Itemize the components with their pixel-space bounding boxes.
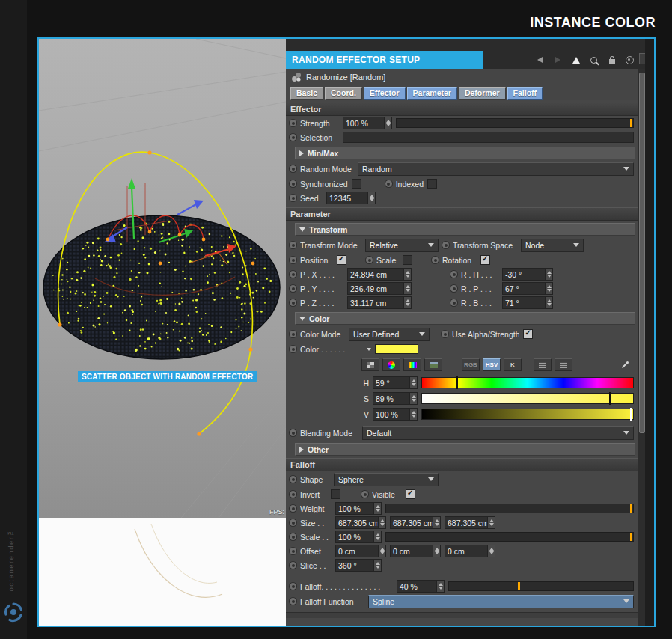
rh-stepper[interactable]: -30 °	[502, 268, 553, 281]
anim-dot[interactable]	[290, 120, 296, 126]
viewport-3d[interactable]: SCATTER OBJECT WITH RANDOM EFFECTOR FPS:	[39, 39, 286, 626]
hsv-mode-button[interactable]: HSV	[483, 358, 501, 371]
target-icon[interactable]	[625, 55, 635, 65]
anim-dot[interactable]	[385, 180, 392, 187]
stepper-arrows-icon[interactable]	[373, 560, 381, 571]
falloff-scale-slider[interactable]	[385, 532, 634, 542]
transform-mode-dropdown[interactable]: Relative	[365, 239, 439, 252]
anim-dot[interactable]	[450, 271, 457, 278]
anim-dot[interactable]	[361, 491, 368, 498]
falloff-strength-slider[interactable]	[448, 581, 634, 591]
anim-dot[interactable]	[290, 519, 296, 526]
anim-dot[interactable]	[290, 134, 296, 141]
anim-dot[interactable]	[290, 562, 296, 569]
stepper-arrows-icon[interactable]	[403, 269, 411, 280]
offset-y-stepper[interactable]: 0 cm	[390, 545, 441, 557]
stepper-arrows-icon[interactable]	[378, 517, 385, 528]
saturation-stepper[interactable]: 89 %	[373, 392, 418, 405]
stepper-arrows-icon[interactable]	[409, 393, 417, 404]
back-arrow-icon[interactable]	[535, 55, 545, 65]
anim-dot[interactable]	[290, 271, 296, 278]
anim-dot[interactable]	[450, 285, 457, 292]
anim-dot[interactable]	[290, 180, 296, 187]
stepper-arrows-icon[interactable]	[436, 581, 444, 592]
color-wheel-icon[interactable]	[382, 358, 400, 371]
stepper-arrows-icon[interactable]	[373, 503, 381, 514]
weight-stepper[interactable]: 100 %	[335, 502, 382, 515]
eyedropper-icon[interactable]	[616, 358, 634, 371]
sliders-icon[interactable]	[555, 358, 572, 371]
anim-dot[interactable]	[290, 491, 296, 498]
indexed-checkbox[interactable]	[427, 179, 437, 189]
mixer-icon[interactable]	[534, 358, 552, 371]
rp-stepper[interactable]: 67 °	[502, 282, 553, 295]
transform-space-dropdown[interactable]: Node	[521, 239, 584, 252]
tab-falloff[interactable]: Falloff	[507, 87, 543, 100]
anim-dot[interactable]	[290, 505, 296, 512]
falloff-scale-stepper[interactable]: 100 %	[335, 531, 382, 543]
stepper-arrows-icon[interactable]	[545, 297, 552, 308]
stepper-arrows-icon[interactable]	[373, 531, 381, 542]
seed-stepper[interactable]: 12345	[326, 192, 376, 204]
position-checkbox[interactable]	[337, 255, 346, 265]
py-stepper[interactable]: 236.49 cm	[347, 282, 412, 295]
size-y-stepper[interactable]: 687.305 cm	[390, 516, 441, 529]
anim-dot[interactable]	[290, 331, 296, 337]
anim-dot[interactable]	[442, 242, 449, 248]
scrollbar-thumb[interactable]	[639, 73, 645, 433]
anim-dot[interactable]	[290, 548, 296, 554]
blending-dropdown[interactable]: Default	[362, 426, 634, 440]
rb-stepper[interactable]: 71 °	[502, 296, 553, 309]
anim-dot[interactable]	[290, 583, 296, 590]
stepper-arrows-icon[interactable]	[409, 377, 417, 388]
tab-coord[interactable]: Coord.	[325, 87, 362, 100]
anim-dot[interactable]	[290, 476, 296, 483]
forward-arrow-icon[interactable]	[553, 55, 563, 65]
other-group-header[interactable]: Other	[295, 443, 635, 456]
invert-checkbox[interactable]	[331, 489, 340, 499]
anim-dot[interactable]	[290, 299, 296, 306]
color-group-header[interactable]: Color	[295, 312, 635, 325]
anim-dot[interactable]	[290, 533, 296, 540]
anim-dot[interactable]	[432, 257, 439, 263]
anim-dot[interactable]	[290, 165, 296, 172]
anim-dot[interactable]	[290, 285, 296, 292]
scale-checkbox[interactable]	[403, 255, 412, 265]
anim-dot[interactable]	[450, 299, 457, 306]
falloff-strength-stepper[interactable]: 40 %	[397, 580, 445, 593]
swatch-expand-icon[interactable]	[367, 348, 371, 351]
size-z-stepper[interactable]: 687.305 cm	[445, 516, 495, 529]
tab-parameter[interactable]: Parameter	[407, 87, 457, 100]
stepper-arrows-icon[interactable]	[487, 517, 495, 528]
offset-z-stepper[interactable]: 0 cm	[445, 545, 495, 557]
anim-dot[interactable]	[290, 598, 296, 605]
transform-group-header[interactable]: Transform	[295, 223, 635, 236]
use-alpha-checkbox[interactable]	[523, 329, 533, 339]
strength-stepper[interactable]: 100 %	[343, 117, 392, 129]
stepper-arrows-icon[interactable]	[433, 545, 440, 557]
rotation-checkbox[interactable]	[480, 255, 490, 265]
stepper-arrows-icon[interactable]	[487, 545, 495, 557]
minmax-group-header[interactable]: Min/Max	[295, 147, 635, 159]
anim-dot[interactable]	[290, 242, 296, 248]
strength-slider[interactable]	[396, 118, 634, 128]
stepper-arrows-icon[interactable]	[378, 545, 385, 557]
anim-dot[interactable]	[442, 331, 448, 337]
stepper-arrows-icon[interactable]	[409, 409, 417, 420]
swatches-icon[interactable]	[361, 358, 379, 371]
visible-checkbox[interactable]	[406, 489, 415, 499]
anim-dot[interactable]	[366, 257, 373, 263]
value-stepper[interactable]: 100 %	[373, 408, 418, 421]
shape-dropdown[interactable]: Sphere	[334, 473, 439, 486]
selection-input[interactable]	[343, 132, 634, 143]
rgb-mode-button[interactable]: RGB	[462, 358, 480, 371]
slice-stepper[interactable]: 360 °	[335, 559, 382, 572]
anim-dot[interactable]	[290, 346, 296, 352]
synchronized-checkbox[interactable]	[352, 179, 361, 189]
size-x-stepper[interactable]: 687.305 cm	[335, 516, 386, 529]
image-picker-icon[interactable]	[424, 358, 442, 371]
px-stepper[interactable]: 24.894 cm	[347, 268, 412, 281]
hue-stepper[interactable]: 59 °	[373, 376, 418, 389]
anim-dot[interactable]	[290, 429, 296, 436]
falloff-function-dropdown[interactable]: Spline	[368, 595, 634, 608]
